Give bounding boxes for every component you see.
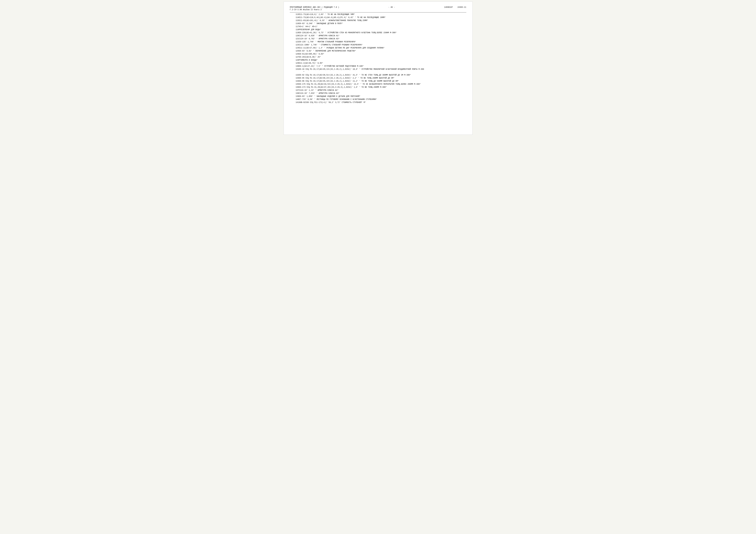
row-number: 133 [290,77,299,80]
table-row: 140Е7-733' 0,50' ' ЛЕСТНИЦЫ ПО ГОТОВОМУ … [290,98,466,101]
table-row: 131Е6-16 ССЦ П1-19,17(А2=29,13+(32,1-28,… [290,68,466,74]
table-row: 127Е6-264(А2=0,36)' 25* [290,56,466,59]
table-row: 128РТАМБУРА И ВХОДЫ* [290,59,466,62]
header-right: 14690107 24383-11 [444,6,466,8]
row-text: Е6-226(А2=41,28)' 9,73' ' УСТРОЙСТВО СТЕ… [299,31,466,34]
row-text: Е11-73(А2=118,6)' 2,03' ' ТО ЖЕ НА ПОСЛЕ… [299,13,466,16]
row-number: 141 [290,101,299,104]
header-left: ПРОГРАММНЫЙ КОМПЛЕКС АВС-3ЕС ( РЕДАКЦИЯ … [290,6,339,8]
row-number: 116 [290,22,299,25]
table-row: 136Е6-173 ССЦ П1-31,29(А2=37,28+(33,3-29… [290,86,466,89]
code1: 14690107 [444,6,453,8]
table-row: 139Е6-83' 1,059' ' ЗАКЛАДНЫЕ ИЗДЕЛИЯ К Д… [290,95,466,98]
top-divider [290,12,466,13]
table-row: 125Е6-83' 0,02' ' ОБРАМЛЕНИЕ ДЛЯ МЕТАЛЛИ… [290,49,466,53]
row-text: Е11-83(А2=161,41)' 0,33' ' АСФАЛЬТОБЕТОН… [299,19,466,22]
row-number: 129 [290,62,299,65]
row-number: 125 [290,49,299,53]
table-row: 132Е6-92 ССЦ П1-19,17(А2=39,51+(32,1-28,… [290,74,466,77]
row-number: 135 [290,83,299,86]
row-text: Е11-73(А2=118,6,4#)(А3.4)(А4.4)(А5.4)(Р1… [299,16,466,19]
row-text: Е6-83' 0,248' ' ЗАКЛАДНЫЕ ДЕТАЛИ В ПОЛУ* [299,22,466,25]
table-row: 117Н3=1' Н4=1' Н5=1* [290,25,466,28]
row-number: 137 [290,89,299,92]
row-number: 123 [290,43,299,46]
table-row: 116Е6-83' 0,248' ' ЗАКЛАДНЫЕ ДЕТАЛИ В ПО… [290,22,466,25]
row-text: 60В-92338 ССЦ П11-172(=1)' 50,2' 3,72' С… [299,101,466,104]
table-row: 114Е11-73(А2=118,6,4#)(А3.4)(А4.4)(А5.4)… [290,16,466,19]
row-text: Е9-135' 1,746' ' МОНТАЖ СТАЛЬНОЙ РУБАШКИ… [299,40,466,43]
row-text: С124-16' 0,026' ' АРМАТУРА КЛАССА А1* [299,34,466,37]
table-row: 120С124-16' 0,026' ' АРМАТУРА КЛАССА А1* [290,34,466,37]
table-row: 124Е11-11(А2=27,68)' 1,4' ' УКЛАДКА БЕТО… [290,46,466,49]
row-text: Е6-83' 1,059' ' ЗАКЛАДНЫЕ ИЗДЕЛИЯ К ДЕТА… [299,95,466,98]
row-text: Е11-11(А2=27,68)' 1,4' ' УКЛАДКА БЕТОНА … [299,46,466,49]
table-row: 126Е8-61(А2=305,66)' 0,03* [290,53,466,56]
row-text: Е6-1(А2=27,42)' 7,5' ' УСТРОЙСТВО БЕТОНО… [299,65,466,68]
row-text: Е6-95 ССЦ П1-19,17(А2=40,24+(32,1-28,2),… [299,77,466,80]
row-text: С124-18' 0,762' ' АРМАТУРА КЛАССА А3* [299,37,466,40]
row-text: Е6-16 ССЦ П1-19,17(А2=29,13+(32,1-28,2),… [299,68,466,74]
row-number: 139 [290,95,299,98]
row-text: Е7-733' 0,50' ' ЛЕСТНИЦЫ ПО ГОТОВОМУ ОСН… [299,98,466,101]
row-number: 136 [290,86,299,89]
row-number: 113 [290,13,299,16]
table-row: 135Е6-175 ССЦ П1-31,29(А2=34,53+(33,3-29… [290,83,466,86]
table-row: 137С124-16' 1,13' ' АРМАТУРА КЛАССА А1* [290,89,466,92]
row-text: РРЕЗЕРВУАР ДЛЯ ВОДЫ* [299,28,466,31]
page: ПРОГРАММНЫЙ КОМПЛЕКС АВС-3ЕС ( РЕДАКЦИЯ … [284,2,472,135]
table-row: 118РРЕЗЕРВУАР ДЛЯ ВОДЫ* [290,28,466,31]
row-text: Н3=1' Н4=1' Н5=1* [299,25,466,28]
row-number: 120 [290,34,299,37]
row-number: 134 [290,80,299,83]
row-number: 130 [290,65,299,68]
table-row: 14160В-92338 ССЦ П11-172(=1)' 50,2' 3,72… [290,101,466,104]
row-text: Е6-96 ССЦ П1-19,17(А2=35,19+(32,1-28,2),… [299,80,466,83]
row-text: Е6-264(А2=0,36)' 25* [299,56,466,59]
row-text: Е6-175 ССЦ П1-31,29(А2=34,53+(33,3-29,3)… [299,83,466,86]
row-number: 119 [290,31,299,34]
row-text: Е6-83' 0,02' ' ОБРАМЛЕНИЕ ДЛЯ МЕТАЛЛИЧЕС… [299,49,466,53]
code2: 24383-11 [457,6,466,8]
table-row: 129Е11-2(А2=38,74)' 0,95* [290,62,466,65]
program-title: ПРОГРАММНЫЙ КОМПЛЕКС АВС-3ЕС ( РЕДАКЦИЯ … [290,6,339,8]
table-row: 121С124-18' 0,762' ' АРМАТУРА КЛАССА А3* [290,37,466,40]
row-number: 131 [290,68,299,74]
table-row: 134Е6-96 ССЦ П1-19,17(А2=35,19+(32,1-28,… [290,80,466,83]
row-number: 118 [290,28,299,31]
row-text: РТАМБУРА И ВХОДЫ* [299,59,466,62]
row-number: 124 [290,46,299,49]
row-number: 121 [290,37,299,40]
row-text: Е8-61(А2=305,66)' 0,03* [299,53,466,56]
row-number: 126 [290,53,299,56]
row-number: 127 [290,56,299,59]
table-row: 113Е11-73(А2=118,6)' 2,03' ' ТО ЖЕ НА ПО… [290,13,466,16]
row-text: Е6-92 ССЦ П1-19,17(А2=39,51+(32,1-28,2),… [299,74,466,77]
row-number: 138 [290,92,299,95]
row-number: 122 [290,40,299,43]
row-number: 128 [290,59,299,62]
subtitle: Г.2-IV-3.90 Альбом I2 Книга 2 [290,9,466,11]
row-text: Е6-173 ССЦ П1-31,29(А2=37,28+(33,3-29,3)… [299,86,466,89]
row-number: 114 [290,16,299,19]
row-text: С124-18' 7,633' ' АРМАТУРА КЛАССА А3* [299,92,466,95]
row-text: Е11-2(А2=38,74)' 0,95* [299,62,466,65]
table-row: 115Е11-83(А2=161,41)' 0,33' ' АСФАЛЬТОБЕ… [290,19,466,22]
table-row: 123С121-1986' 1,746' ' СТОИМОСТЬ СТАЛЬНО… [290,43,466,46]
header: ПРОГРАММНЫЙ КОМПЛЕКС АВС-3ЕС ( РЕДАКЦИЯ … [290,6,466,8]
row-number: 140 [290,98,299,101]
row-number: 132 [290,74,299,77]
table-row: 122Е9-135' 1,746' ' МОНТАЖ СТАЛЬНОЙ РУБА… [290,40,466,43]
header-center: - 46 - [388,6,395,8]
table-row: 133Е6-95 ССЦ П1-19,17(А2=40,24+(32,1-28,… [290,77,466,80]
table-row: 138С124-18' 7,633' ' АРМАТУРА КЛАССА А3* [290,92,466,95]
row-text: С124-16' 1,13' ' АРМАТУРА КЛАССА А1* [299,89,466,92]
table-row: 119Е6-226(А2=41,28)' 9,73' ' УСТРОЙСТВО … [290,31,466,34]
table-row: 130Е6-1(А2=27,42)' 7,5' ' УСТРОЙСТВО БЕТ… [290,65,466,68]
row-number: 115 [290,19,299,22]
content-table: 113Е11-73(А2=118,6)' 2,03' ' ТО ЖЕ НА ПО… [290,13,466,104]
page-number: - 46 - [388,6,395,8]
row-number: 117 [290,25,299,28]
row-text: С121-1986' 1,746' ' СТОИМОСТЬ СТАЛЬНОЙ Р… [299,43,466,46]
